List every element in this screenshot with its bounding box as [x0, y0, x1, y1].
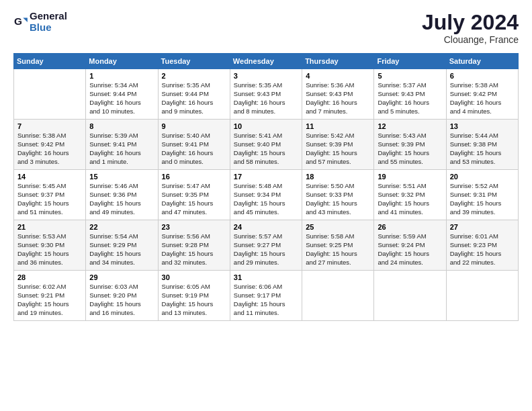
day-number: 12	[378, 122, 442, 130]
day-info: Sunrise: 5:39 AMSunset: 9:41 PMDaylight:…	[89, 132, 154, 166]
week-row-2: 7Sunrise: 5:38 AMSunset: 9:42 PMDaylight…	[14, 120, 519, 170]
day-info: Sunrise: 5:36 AMSunset: 9:43 PMDaylight:…	[306, 81, 370, 116]
day-number: 13	[450, 122, 515, 130]
day-info: Sunrise: 5:51 AMSunset: 9:32 PMDaylight:…	[378, 182, 442, 216]
day-number: 27	[450, 223, 515, 231]
day-info: Sunrise: 5:57 AMSunset: 9:27 PMDaylight:…	[234, 232, 298, 267]
weekday-header-friday: Friday	[374, 54, 446, 69]
day-info: Sunrise: 6:05 AMSunset: 9:19 PMDaylight:…	[162, 283, 226, 317]
calendar-cell: 2Sunrise: 5:35 AMSunset: 9:44 PMDaylight…	[158, 69, 230, 120]
logo-icon: G	[13, 15, 28, 30]
calendar-cell: 31Sunrise: 6:06 AMSunset: 9:17 PMDayligh…	[230, 271, 302, 321]
day-info: Sunrise: 6:06 AMSunset: 9:17 PMDaylight:…	[234, 283, 298, 317]
svg-marker-1	[23, 17, 28, 22]
day-info: Sunrise: 5:46 AMSunset: 9:36 PMDaylight:…	[89, 182, 154, 216]
weekday-header-tuesday: Tuesday	[158, 54, 230, 69]
day-info: Sunrise: 5:38 AMSunset: 9:42 PMDaylight:…	[17, 132, 82, 166]
calendar-cell: 30Sunrise: 6:05 AMSunset: 9:19 PMDayligh…	[158, 271, 230, 321]
calendar-cell: 13Sunrise: 5:44 AMSunset: 9:38 PMDayligh…	[446, 120, 518, 170]
svg-text:G: G	[14, 15, 22, 27]
day-info: Sunrise: 5:38 AMSunset: 9:42 PMDaylight:…	[450, 81, 515, 116]
calendar-cell: 3Sunrise: 5:35 AMSunset: 9:43 PMDaylight…	[230, 69, 302, 120]
day-info: Sunrise: 5:52 AMSunset: 9:31 PMDaylight:…	[450, 182, 515, 216]
calendar-cell: 6Sunrise: 5:38 AMSunset: 9:42 PMDaylight…	[446, 69, 518, 120]
day-info: Sunrise: 5:53 AMSunset: 9:30 PMDaylight:…	[17, 232, 82, 267]
day-info: Sunrise: 6:03 AMSunset: 9:20 PMDaylight:…	[89, 283, 154, 317]
day-info: Sunrise: 5:50 AMSunset: 9:33 PMDaylight:…	[306, 182, 370, 216]
calendar-cell	[374, 271, 446, 321]
day-number: 9	[162, 122, 226, 130]
title-block: July 2024 Clouange, France	[422, 11, 519, 45]
day-number: 6	[450, 72, 515, 80]
day-number: 28	[17, 273, 82, 281]
day-info: Sunrise: 5:56 AMSunset: 9:28 PMDaylight:…	[162, 232, 226, 267]
day-number: 19	[378, 173, 442, 181]
day-info: Sunrise: 5:35 AMSunset: 9:43 PMDaylight:…	[234, 81, 298, 116]
day-number: 3	[234, 72, 298, 80]
day-number: 20	[450, 173, 515, 181]
calendar-cell: 27Sunrise: 6:01 AMSunset: 9:23 PMDayligh…	[446, 220, 518, 271]
calendar-cell: 23Sunrise: 5:56 AMSunset: 9:28 PMDayligh…	[158, 220, 230, 271]
calendar-cell: 28Sunrise: 6:02 AMSunset: 9:21 PMDayligh…	[14, 271, 86, 321]
day-number: 22	[89, 223, 154, 231]
logo-text: General Blue	[30, 11, 67, 33]
day-number: 18	[306, 173, 370, 181]
weekday-header-monday: Monday	[86, 54, 158, 69]
day-info: Sunrise: 6:02 AMSunset: 9:21 PMDaylight:…	[17, 283, 82, 317]
weekday-header-thursday: Thursday	[302, 54, 374, 69]
day-number: 14	[17, 173, 82, 181]
day-number: 16	[162, 173, 226, 181]
calendar-cell	[302, 271, 374, 321]
calendar-cell: 14Sunrise: 5:45 AMSunset: 9:37 PMDayligh…	[14, 170, 86, 220]
day-number: 11	[306, 122, 370, 130]
day-info: Sunrise: 5:59 AMSunset: 9:24 PMDaylight:…	[378, 232, 442, 267]
day-info: Sunrise: 5:44 AMSunset: 9:38 PMDaylight:…	[450, 132, 515, 166]
day-number: 7	[17, 122, 82, 130]
day-number: 23	[162, 223, 226, 231]
calendar-cell: 25Sunrise: 5:58 AMSunset: 9:25 PMDayligh…	[302, 220, 374, 271]
calendar: SundayMondayTuesdayWednesdayThursdayFrid…	[13, 53, 519, 321]
day-number: 15	[89, 173, 154, 181]
calendar-cell: 24Sunrise: 5:57 AMSunset: 9:27 PMDayligh…	[230, 220, 302, 271]
day-info: Sunrise: 5:47 AMSunset: 9:35 PMDaylight:…	[162, 182, 226, 216]
month-year: July 2024	[422, 11, 519, 34]
calendar-cell: 12Sunrise: 5:43 AMSunset: 9:39 PMDayligh…	[374, 120, 446, 170]
week-row-1: 1Sunrise: 5:34 AMSunset: 9:44 PMDaylight…	[14, 69, 519, 120]
day-number: 24	[234, 223, 298, 231]
calendar-cell: 16Sunrise: 5:47 AMSunset: 9:35 PMDayligh…	[158, 170, 230, 220]
day-info: Sunrise: 5:42 AMSunset: 9:39 PMDaylight:…	[306, 132, 370, 166]
weekday-header-sunday: Sunday	[14, 54, 86, 69]
week-row-4: 21Sunrise: 5:53 AMSunset: 9:30 PMDayligh…	[14, 220, 519, 271]
day-info: Sunrise: 5:41 AMSunset: 9:40 PMDaylight:…	[234, 132, 298, 166]
calendar-cell	[14, 69, 86, 120]
location: Clouange, France	[422, 34, 519, 45]
calendar-cell: 19Sunrise: 5:51 AMSunset: 9:32 PMDayligh…	[374, 170, 446, 220]
day-number: 31	[234, 273, 298, 281]
calendar-cell: 10Sunrise: 5:41 AMSunset: 9:40 PMDayligh…	[230, 120, 302, 170]
weekday-header-row: SundayMondayTuesdayWednesdayThursdayFrid…	[14, 54, 519, 69]
calendar-cell: 22Sunrise: 5:54 AMSunset: 9:29 PMDayligh…	[86, 220, 158, 271]
weekday-header-wednesday: Wednesday	[230, 54, 302, 69]
calendar-cell: 5Sunrise: 5:37 AMSunset: 9:43 PMDaylight…	[374, 69, 446, 120]
day-number: 1	[89, 72, 154, 80]
day-info: Sunrise: 5:40 AMSunset: 9:41 PMDaylight:…	[162, 132, 226, 166]
day-number: 8	[89, 122, 154, 130]
day-number: 17	[234, 173, 298, 181]
calendar-cell: 15Sunrise: 5:46 AMSunset: 9:36 PMDayligh…	[86, 170, 158, 220]
day-info: Sunrise: 5:48 AMSunset: 9:34 PMDaylight:…	[234, 182, 298, 216]
day-number: 25	[306, 223, 370, 231]
calendar-cell: 17Sunrise: 5:48 AMSunset: 9:34 PMDayligh…	[230, 170, 302, 220]
day-info: Sunrise: 6:01 AMSunset: 9:23 PMDaylight:…	[450, 232, 515, 267]
calendar-cell: 7Sunrise: 5:38 AMSunset: 9:42 PMDaylight…	[14, 120, 86, 170]
calendar-cell: 1Sunrise: 5:34 AMSunset: 9:44 PMDaylight…	[86, 69, 158, 120]
logo: G General Blue	[13, 11, 67, 33]
day-info: Sunrise: 5:34 AMSunset: 9:44 PMDaylight:…	[89, 81, 154, 116]
calendar-cell: 29Sunrise: 6:03 AMSunset: 9:20 PMDayligh…	[86, 271, 158, 321]
day-info: Sunrise: 5:54 AMSunset: 9:29 PMDaylight:…	[89, 232, 154, 267]
day-number: 4	[306, 72, 370, 80]
day-info: Sunrise: 5:58 AMSunset: 9:25 PMDaylight:…	[306, 232, 370, 267]
day-number: 5	[378, 72, 442, 80]
weekday-header-saturday: Saturday	[446, 54, 518, 69]
day-info: Sunrise: 5:45 AMSunset: 9:37 PMDaylight:…	[17, 182, 82, 216]
day-info: Sunrise: 5:43 AMSunset: 9:39 PMDaylight:…	[378, 132, 442, 166]
